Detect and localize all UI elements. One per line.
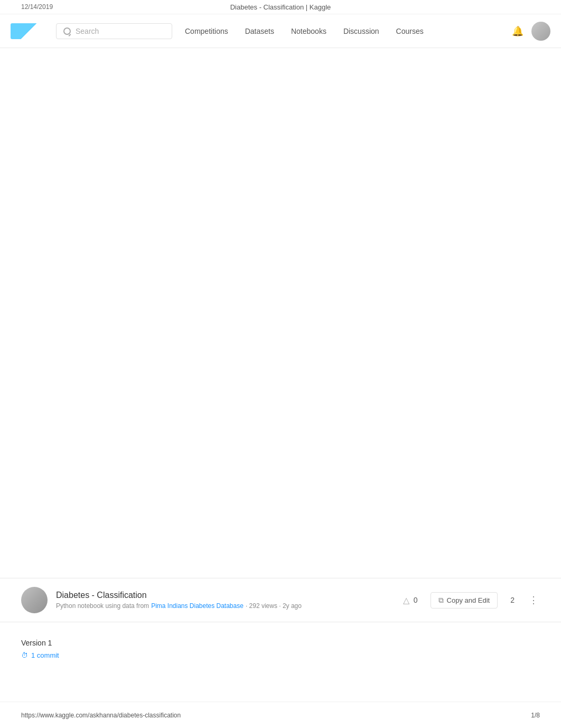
notebook-stats: △ 0 ⧉ Copy and Edit 2 ⋮ (403, 592, 540, 609)
copy-icon: ⧉ (438, 596, 444, 605)
logo-area[interactable] (11, 23, 48, 39)
main-content (0, 48, 561, 471)
notebook-card: Diabetes - Classification Python noteboo… (21, 587, 540, 613)
footer-url: https://www.kaggle.com/askhanna/diabetes… (21, 712, 181, 719)
nav-discussion[interactable]: Discussion (343, 27, 379, 35)
date-label: 12/14/2019 (21, 3, 53, 11)
commit-count: 1 commit (31, 651, 59, 659)
nav-links: Competitions Datasets Notebooks Discussi… (185, 27, 512, 35)
nav-courses[interactable]: Courses (396, 27, 424, 35)
upvote-icon: △ (403, 595, 409, 605)
dataset-link[interactable]: Pima Indians Diabetes Database (151, 602, 244, 610)
date-bar: 12/14/2019 Diabetes - Classification | K… (0, 0, 561, 14)
nav-right: 🔔 (512, 22, 550, 41)
commit-link[interactable]: ⏱ 1 commit (21, 651, 59, 659)
notebook-stats: · 292 views · 2y ago (246, 602, 302, 610)
notebook-author-avatar (21, 587, 48, 613)
version-label: Version 1 (21, 639, 59, 647)
upvote-count: 0 (414, 596, 418, 604)
notebook-subtitle-prefix: Python notebook using data from (56, 602, 149, 610)
bottom-footer: https://www.kaggle.com/askhanna/diabetes… (0, 702, 561, 728)
copy-edit-button[interactable]: ⧉ Copy and Edit (431, 592, 498, 609)
notebook-info: Diabetes - Classification Python noteboo… (56, 591, 395, 610)
copy-edit-label: Copy and Edit (447, 596, 490, 604)
search-placeholder: Search (76, 27, 99, 35)
search-bar[interactable]: Search (56, 23, 172, 39)
footer-page: 1/8 (531, 712, 540, 719)
nav-notebooks[interactable]: Notebooks (291, 27, 326, 35)
nav-competitions[interactable]: Competitions (185, 27, 228, 35)
fork-count: 2 (510, 596, 515, 604)
nav-datasets[interactable]: Datasets (245, 27, 274, 35)
notification-bell-icon[interactable]: 🔔 (512, 26, 523, 36)
more-options-icon[interactable]: ⋮ (527, 594, 540, 606)
notebook-subtitle: Python notebook using data from Pima Ind… (56, 602, 395, 610)
notebook-card-section: Diabetes - Classification Python noteboo… (0, 578, 561, 622)
commit-icon: ⏱ (21, 651, 28, 659)
notebook-title: Diabetes - Classification (56, 591, 395, 600)
page-title: Diabetes - Classification | Kaggle (230, 3, 331, 11)
search-icon-circle (63, 27, 71, 35)
user-avatar[interactable] (531, 22, 550, 41)
version-section: Version 1 ⏱ 1 commit (21, 639, 59, 659)
upvote-section[interactable]: △ 0 (403, 595, 418, 605)
navbar: Search Competitions Datasets Notebooks D… (0, 14, 561, 48)
search-icon (63, 27, 71, 35)
kaggle-logo (11, 23, 48, 39)
